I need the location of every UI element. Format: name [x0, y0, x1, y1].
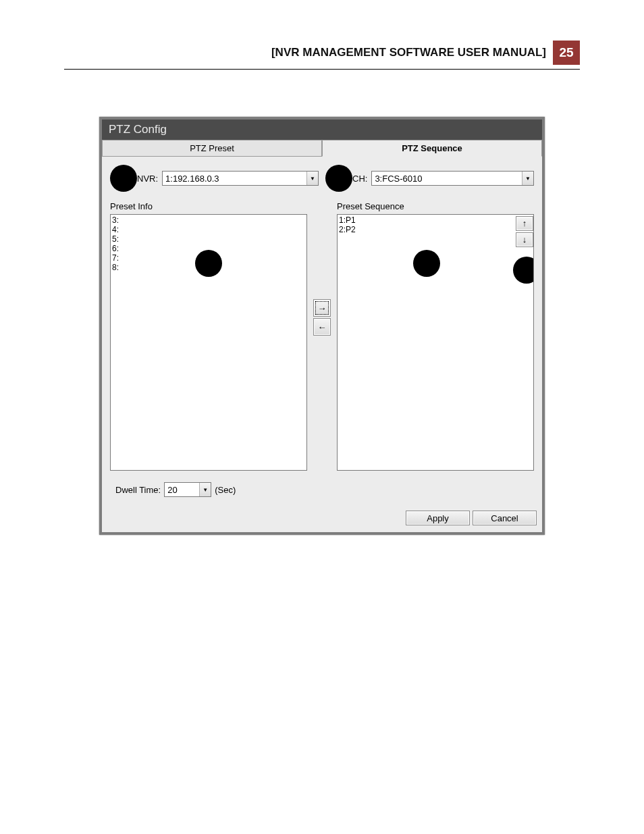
tab-ptz-sequence[interactable]: PTZ Sequence [322, 140, 542, 157]
ch-label: CH: [352, 174, 367, 184]
dwell-unit-label: (Sec) [215, 485, 236, 495]
page-header: [NVR MANAGEMENT SOFTWARE USER MANUAL] 25 [64, 41, 580, 65]
nvr-label: NVR: [137, 174, 158, 184]
nvr-combo-value: 1:192.168.0.3 [163, 174, 306, 184]
move-left-button[interactable]: ← [313, 318, 331, 336]
chevron-down-icon[interactable]: ▼ [522, 172, 533, 185]
tab-row: PTZ Preset PTZ Sequence [102, 140, 542, 157]
list-item[interactable]: 5: [112, 234, 305, 244]
callout-bullet-4 [413, 250, 440, 277]
ptz-config-window: PTZ Config PTZ Preset PTZ Sequence NVR: … [99, 117, 545, 535]
callout-bullet-2 [325, 165, 352, 192]
list-item[interactable]: 4: [112, 225, 305, 234]
nvr-combo[interactable]: 1:192.168.0.3 ▼ [162, 171, 319, 186]
move-down-button[interactable]: ↓ [516, 232, 533, 247]
cancel-button[interactable]: Cancel [473, 511, 537, 525]
preset-info-listbox[interactable]: 3: 4: 5: 6: 7: 8: [110, 214, 307, 471]
preset-sequence-listbox[interactable]: 1:P1 2:P2 ↑ ↓ [337, 214, 534, 471]
arrow-left-icon: ← [318, 322, 327, 332]
arrow-up-icon: ↑ [522, 219, 527, 228]
list-item[interactable]: 1:P1 [339, 215, 514, 225]
chevron-down-icon[interactable]: ▼ [306, 172, 318, 185]
header-title: [NVR MANAGEMENT SOFTWARE USER MANUAL] [271, 41, 553, 65]
preset-info-label: Preset Info [110, 201, 307, 211]
callout-bullet-3 [195, 250, 222, 277]
ch-combo-value: 3:FCS-6010 [372, 174, 522, 184]
window-titlebar: PTZ Config [102, 120, 542, 140]
dwell-time-label: Dwell Time: [115, 485, 161, 495]
arrow-down-icon: ↓ [522, 235, 527, 244]
callout-bullet-5 [513, 257, 534, 284]
ch-combo[interactable]: 3:FCS-6010 ▼ [371, 171, 534, 186]
chevron-down-icon[interactable]: ▼ [199, 483, 211, 496]
list-item[interactable]: 2:P2 [339, 225, 514, 234]
list-item[interactable]: 3: [112, 215, 305, 225]
callout-bullet-1 [110, 165, 137, 192]
dwell-time-combo[interactable]: 20 ▼ [164, 482, 211, 497]
arrow-right-icon: → [318, 303, 327, 313]
tab-ptz-preset[interactable]: PTZ Preset [102, 140, 322, 157]
page-number: 25 [553, 41, 580, 65]
dwell-time-value: 20 [165, 485, 199, 495]
move-up-button[interactable]: ↑ [516, 216, 533, 231]
apply-button[interactable]: Apply [406, 511, 470, 525]
header-rule [64, 69, 580, 70]
preset-sequence-label: Preset Sequence [337, 201, 534, 211]
move-right-button[interactable]: → [313, 299, 331, 317]
